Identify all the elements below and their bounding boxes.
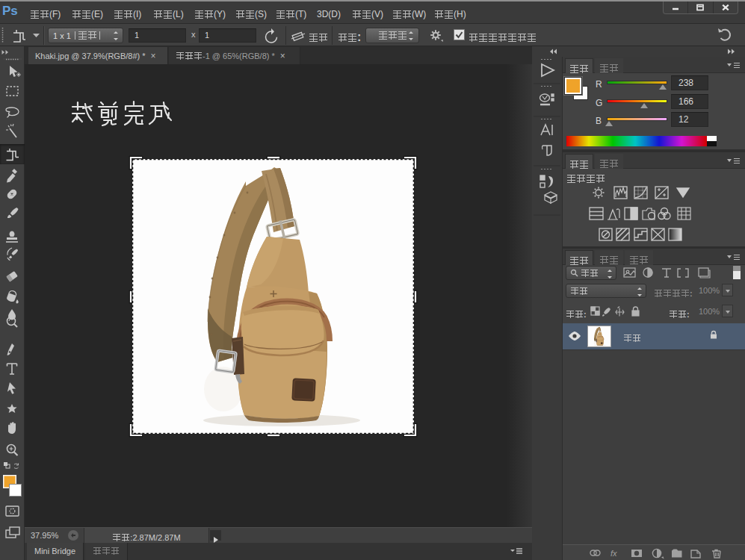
svg-text:fx: fx [610, 549, 617, 558]
